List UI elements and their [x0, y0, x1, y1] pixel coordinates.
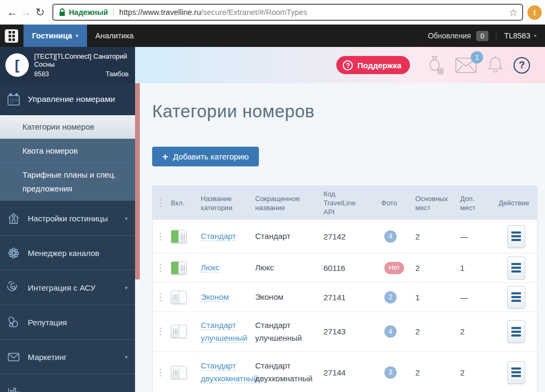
row-actions-button[interactable] — [507, 361, 525, 384]
add-category-label: Добавить категорию — [173, 152, 249, 161]
column-header-short-name: Сокращенное название — [255, 191, 323, 215]
drag-handle-icon — [158, 197, 164, 209]
reload-icon[interactable]: ↻ — [33, 6, 47, 19]
table-row: Стандарт Стандарт 27142 4 2 — — [153, 220, 537, 253]
travelline-api-code-cell: 27142 — [323, 232, 381, 241]
help-icon[interactable]: ? — [514, 57, 530, 74]
enabled-toggle[interactable] — [171, 230, 187, 243]
appbar-divider — [496, 30, 496, 41]
calendar-icon — [6, 92, 21, 107]
sidebar-item-pms-integration[interactable]: Интеграция с АСУ ▾ — [0, 270, 135, 305]
enabled-toggle[interactable] — [171, 325, 187, 338]
messages-count-badge: 1 — [471, 51, 483, 63]
sidebar-item-rate-plans[interactable]: Тарифные планы и спец. предложения — [0, 163, 135, 201]
travelline-api-code-cell: 27141 — [323, 293, 381, 302]
page-header-band: ? Поддержка 1 ? — [135, 47, 545, 83]
support-label: Поддержка — [357, 61, 401, 70]
omnibox-divider — [113, 7, 114, 17]
short-name-cell: Стандарт двухкомнатный — [255, 359, 323, 385]
updates-count-badge: 0 — [476, 31, 488, 41]
sidebar-item-room-categories[interactable]: Категории номеров — [0, 115, 135, 139]
topnav-analytics[interactable]: Аналитика — [87, 25, 143, 47]
app-grid-icon[interactable] — [5, 29, 18, 43]
table-row: Люкс Люкс 60116 Нет 2 1 — [153, 253, 537, 282]
back-icon[interactable]: ← — [5, 6, 19, 19]
topnav-hotel[interactable]: Гостиница ▾ — [23, 25, 87, 47]
sidebar-scrollbar-thumb[interactable] — [135, 83, 140, 279]
extra-beds-cell: 2 — [460, 368, 499, 377]
messages-icon[interactable]: 1 — [455, 57, 477, 74]
question-circle-icon: ? — [343, 60, 353, 70]
enabled-toggle[interactable] — [171, 261, 187, 275]
drag-handle[interactable] — [157, 366, 163, 379]
photo-badge: 2 — [384, 291, 397, 303]
bell-icon[interactable] — [487, 56, 504, 74]
extra-beds-cell: — — [460, 293, 499, 302]
main-beds-cell: 2 — [415, 263, 460, 273]
column-header-actions: Действие — [499, 195, 537, 211]
drag-handle[interactable] — [157, 262, 163, 274]
column-header-photo: Фото — [381, 195, 415, 211]
chevron-down-icon: ▾ — [125, 285, 128, 291]
page-title: Категории номеров — [152, 101, 538, 122]
table-header-row: Вкл. Название категории Сокращенное назв… — [153, 186, 537, 220]
table-body: Стандарт Стандарт 27142 4 2 — Люкс Люкс … — [153, 220, 537, 392]
drag-handle[interactable] — [157, 325, 163, 338]
forward-icon[interactable]: → — [19, 6, 33, 19]
room-categories-table: Вкл. Название категории Сокращенное назв… — [152, 186, 538, 392]
bookmark-star-icon[interactable]: ☆ — [509, 6, 518, 19]
hotel-name: [ТЕСТ][TLConnect] Санаторий Сосны — [34, 53, 129, 69]
category-name-link[interactable]: Стандарт улучшенный — [201, 321, 247, 343]
hotel-city: Тамбов — [106, 70, 129, 78]
sidebar-scrollbar-track[interactable] — [135, 83, 140, 392]
updates-link[interactable]: Обновления 0 — [428, 31, 488, 41]
browser-chrome: ← → ↻ Надежный https://www.travelline.ru… — [0, 0, 545, 25]
account-menu[interactable]: TL8583 ▾ — [504, 31, 536, 40]
extra-beds-cell: 2 — [460, 327, 499, 336]
sidebar-item-reports-partial[interactable] — [0, 374, 135, 392]
column-header-main-beds: Основных мест — [415, 191, 460, 215]
drag-handle[interactable] — [157, 230, 163, 243]
column-header-enabled: Вкл. — [171, 195, 201, 211]
url-path: /secure/Extranet/#/RoomTypes — [201, 8, 307, 17]
short-name-cell: Стандарт — [255, 230, 323, 243]
sidebar-section-room-management[interactable]: Управление номерами — [0, 83, 135, 115]
sidebar-item-hotel-settings[interactable]: Настройки гостиницы ▾ — [0, 201, 135, 235]
money-bag-icon[interactable] — [424, 55, 445, 75]
account-label: TL8583 — [504, 31, 530, 40]
sidebar-item-reputation[interactable]: Репутация — [0, 305, 135, 339]
photo-badge: 4 — [384, 230, 397, 243]
category-name-link[interactable]: Стандарт двухкомнатный — [201, 361, 258, 383]
channels-icon — [6, 246, 21, 260]
drag-handle[interactable] — [157, 291, 163, 303]
enabled-toggle[interactable] — [171, 366, 187, 379]
row-actions-button[interactable] — [507, 320, 525, 343]
sidebar-item-channel-manager[interactable]: Менеджер каналов — [0, 235, 135, 270]
sidebar-item-label: Интеграция с АСУ — [28, 283, 96, 292]
category-name-link[interactable]: Эконом — [201, 292, 229, 302]
add-category-button[interactable]: + Добавить категорию — [152, 147, 259, 166]
travelline-api-code-cell: 27144 — [323, 368, 381, 377]
row-actions-button[interactable] — [507, 257, 525, 279]
support-button[interactable]: ? Поддержка — [336, 56, 410, 74]
drag-column-header — [153, 194, 171, 212]
secure-lock-icon — [59, 8, 66, 17]
browser-update-icon[interactable]: ! — [527, 5, 542, 20]
row-actions-button[interactable] — [507, 225, 525, 248]
sidebar-item-marketing[interactable]: Маркетинг ▾ — [0, 339, 135, 374]
short-name-cell: Стандарт улучшенный — [255, 319, 323, 345]
hotel-header[interactable]: [ [ТЕСТ][TLConnect] Санаторий Сосны 8583… — [0, 47, 135, 83]
main-beds-cell: 2 — [415, 327, 460, 336]
category-name-link[interactable]: Люкс — [201, 263, 219, 273]
envelope-icon — [6, 350, 21, 364]
url-bar[interactable]: Надежный https://www.travelline.ru/secur… — [52, 4, 523, 21]
category-name-link[interactable]: Стандарт — [201, 231, 236, 241]
travelline-api-code-cell: 60116 — [323, 263, 381, 273]
table-row: Эконом Эконом 27141 2 1 — — [153, 282, 537, 311]
sidebar-item-room-quota[interactable]: Квота номеров — [0, 139, 135, 163]
enabled-toggle[interactable] — [171, 291, 187, 304]
row-actions-button[interactable] — [507, 286, 525, 309]
photo-badge: 4 — [384, 325, 397, 338]
short-name-cell: Люкс — [255, 261, 323, 274]
main-content: Категории номеров + Добавить категорию В… — [140, 83, 545, 392]
